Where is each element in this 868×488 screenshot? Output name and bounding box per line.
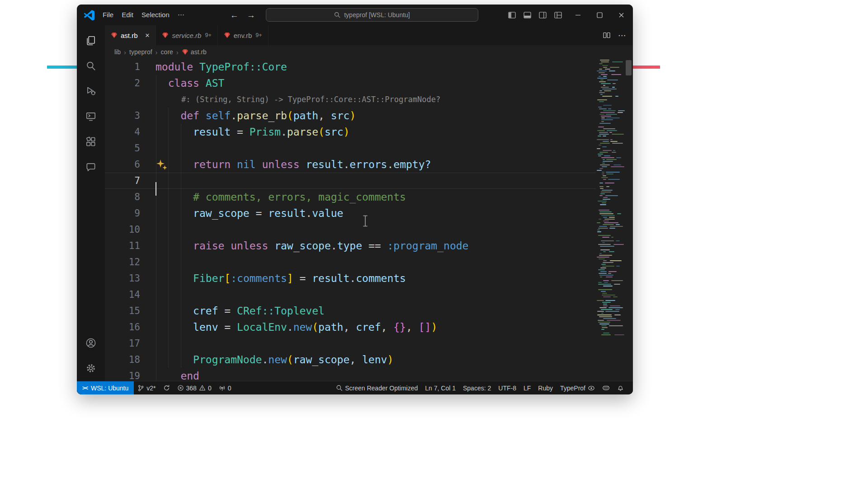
line-number: 7 xyxy=(105,175,156,186)
indentation-status[interactable]: Spaces: 2 xyxy=(459,381,495,394)
vscode-logo-icon xyxy=(84,10,94,20)
sync-icon xyxy=(163,385,170,391)
menu-item-3[interactable]: ⋯ xyxy=(174,9,189,21)
back-button[interactable]: ← xyxy=(230,11,239,19)
screen-reader-search-icon xyxy=(336,385,343,391)
menu-item-1[interactable]: Edit xyxy=(118,9,137,21)
breadcrumb-item-core[interactable]: core xyxy=(161,48,173,56)
remote-indicator[interactable]: >< WSL: Ubuntu xyxy=(77,381,134,394)
maximize-button[interactable] xyxy=(596,12,603,19)
chevron-right-icon: › xyxy=(176,48,179,56)
code-line-18[interactable]: 18 ProgramNode.new(raw_scope, lenv) xyxy=(105,352,596,368)
close-button[interactable] xyxy=(618,12,625,19)
code-line-16[interactable]: 16 lenv = LocalEnv.new(path, cref, {}, [… xyxy=(105,319,596,335)
minimap[interactable] xyxy=(596,60,626,338)
code-line-7[interactable]: 7 xyxy=(105,173,596,189)
customize-layout-button[interactable] xyxy=(554,12,562,19)
line-number: 13 xyxy=(105,273,156,284)
code-line-5[interactable]: 5 xyxy=(105,140,596,156)
code-line-4[interactable]: 4 result = Prism.parse(src) xyxy=(105,124,596,140)
forward-button[interactable]: → xyxy=(247,11,255,19)
chat-icon[interactable] xyxy=(80,155,102,180)
code-line-8[interactable]: 8 # comments, errors, magic_comments xyxy=(105,189,596,205)
remote-explorer-icon[interactable] xyxy=(80,104,102,129)
breadcrumb-item-lib[interactable]: lib xyxy=(114,48,121,56)
account-icon[interactable] xyxy=(80,330,102,356)
breadcrumb-item-ast.rb[interactable]: ast.rb xyxy=(182,48,207,56)
tab-service.rb[interactable]: service.rb9+ xyxy=(156,25,217,45)
line-number: 14 xyxy=(105,289,156,300)
menu-bar: FileEditSelection⋯ xyxy=(99,9,189,21)
search-sidebar-icon[interactable] xyxy=(80,53,102,79)
git-branch-status[interactable]: v2* xyxy=(134,381,159,394)
problems-status[interactable]: 368 0 xyxy=(174,381,215,394)
typeprof-eye-icon xyxy=(588,385,595,391)
line-number: 19 xyxy=(105,371,156,381)
command-center-label: typeprof [WSL: Ubuntu] xyxy=(344,11,410,19)
status-bar: >< WSL: Ubuntu v2* xyxy=(77,381,633,394)
code-line-1[interactable]: 1module TypeProf::Core xyxy=(105,59,596,75)
screen-reader-label: Screen Reader Optimized xyxy=(345,385,418,392)
cursor-position-status[interactable]: Ln 7, Col 1 xyxy=(421,381,459,394)
split-editor-icon[interactable] xyxy=(603,32,610,39)
toggle-secondary-sidebar-button[interactable] xyxy=(539,12,547,19)
code-line-14[interactable]: 14 xyxy=(105,286,596,303)
breadcrumb-item-typeprof[interactable]: typeprof xyxy=(129,48,152,56)
code-line-13[interactable]: 13 Fiber[:comments] = result.comments xyxy=(105,270,596,286)
copilot-status[interactable] xyxy=(599,381,613,394)
explorer-icon[interactable] xyxy=(80,28,102,53)
tab-ast.rb[interactable]: ast.rb✕ xyxy=(105,25,156,45)
tab-problems-badge: 9+ xyxy=(255,32,262,38)
extensions-icon[interactable] xyxy=(80,129,102,155)
typeprof-status[interactable]: TypeProf xyxy=(557,381,599,394)
settings-gear-icon[interactable] xyxy=(80,356,102,381)
code-line-2[interactable]: 2 class AST xyxy=(105,75,596,91)
menu-item-0[interactable]: File xyxy=(99,9,118,21)
warning-count: 0 xyxy=(208,385,212,392)
run-debug-icon[interactable] xyxy=(80,79,102,104)
code-line-11[interactable]: 11 raise unless raw_scope.type == :progr… xyxy=(105,238,596,254)
code-line-12[interactable]: 12 xyxy=(105,254,596,270)
language-status[interactable]: Ruby xyxy=(534,381,557,394)
editor-more-actions-icon[interactable]: ⋯ xyxy=(618,32,626,39)
close-tab-icon[interactable]: ✕ xyxy=(145,32,150,39)
code-line-inlay[interactable]: #: (String, String) -> TypeProf::Core::A… xyxy=(105,91,596,108)
code-line-19[interactable]: 19 end xyxy=(105,368,596,381)
minimize-button[interactable] xyxy=(575,12,581,19)
editor[interactable]: 1module TypeProf::Core2 class AST#: (Str… xyxy=(105,59,633,381)
toggle-sidebar-button[interactable] xyxy=(508,12,516,19)
line-number: 8 xyxy=(105,192,156,202)
vscode-window: FileEditSelection⋯ ← → typeprof [WSL: Ub… xyxy=(77,5,633,394)
code-line-17[interactable]: 17 xyxy=(105,335,596,352)
code-line-10[interactable]: 10 xyxy=(105,221,596,238)
search-icon xyxy=(334,12,340,18)
toggle-panel-button[interactable] xyxy=(524,12,531,19)
breadcrumb: lib›typeprof›core›ast.rb xyxy=(105,45,633,59)
code-line-3[interactable]: 3 def self.parse_rb(path, src) xyxy=(105,108,596,124)
code-line-9[interactable]: 9 raw_scope = result.value xyxy=(105,205,596,221)
title-bar: FileEditSelection⋯ ← → typeprof [WSL: Ub… xyxy=(77,5,633,25)
line-number: 10 xyxy=(105,224,156,235)
sync-status[interactable] xyxy=(160,381,174,394)
eol-status[interactable]: LF xyxy=(520,381,534,394)
line-number: 9 xyxy=(105,208,156,219)
command-center[interactable]: typeprof [WSL: Ubuntu] xyxy=(266,8,478,22)
code-line-15[interactable]: 15 cref = CRef::Toplevel xyxy=(105,303,596,319)
line-number: 1 xyxy=(105,61,156,72)
screen-reader-status[interactable]: Screen Reader Optimized xyxy=(332,381,421,394)
mouse-cursor xyxy=(363,215,368,229)
scrollbar-thumb[interactable] xyxy=(626,60,632,75)
line-number: 17 xyxy=(105,338,156,349)
line-number: 18 xyxy=(105,354,156,365)
menu-item-2[interactable]: Selection xyxy=(137,9,174,21)
branch-label: v2* xyxy=(146,385,156,392)
line-number: 3 xyxy=(105,110,156,121)
tab-env.rb[interactable]: env.rb9+ xyxy=(218,25,269,45)
encoding-status[interactable]: UTF-8 xyxy=(495,381,520,394)
code-line-6[interactable]: 6 return nil unless result.errors.empty? xyxy=(105,156,596,173)
error-icon xyxy=(177,385,184,391)
line-number: 12 xyxy=(105,257,156,267)
ports-status[interactable]: 0 xyxy=(215,381,235,394)
notifications-status[interactable] xyxy=(613,381,627,394)
line-number: 15 xyxy=(105,305,156,316)
